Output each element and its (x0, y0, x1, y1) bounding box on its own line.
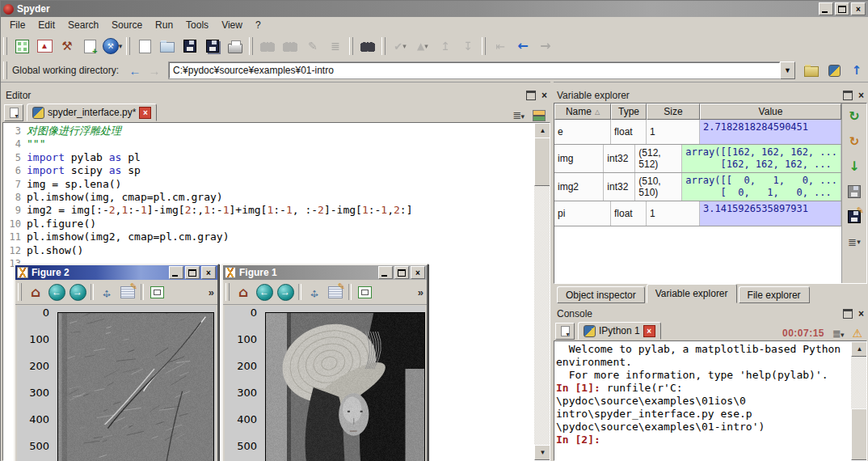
pan-fig-button[interactable]: ↔↕ (304, 281, 325, 302)
variable-row[interactable]: pifloat13.1415926535897931 (554, 201, 841, 226)
menu-search[interactable]: Search (62, 18, 104, 32)
variable-row[interactable]: efloat12.7182818284590451 (554, 120, 841, 145)
toolbar-handle[interactable] (225, 283, 230, 301)
toolbar-handle[interactable] (249, 37, 253, 55)
menu-run[interactable]: Run (150, 18, 179, 32)
close-panel-icon[interactable]: × (858, 90, 864, 101)
close-button[interactable]: × (851, 2, 866, 15)
code-line[interactable]: 12pl.show() (3, 244, 532, 257)
import-button[interactable]: ↓ (844, 157, 865, 176)
open-dir-button[interactable] (800, 59, 823, 82)
refresh-button[interactable]: ↻ (844, 107, 865, 126)
cell-value[interactable]: array([[ 0, 1, 0, ... [ 0, 1, 0, ... (682, 173, 841, 201)
cell-value[interactable]: array([[162, 162, 162, ... [162, 162, 16… (682, 145, 841, 172)
pane-tab-file-explorer[interactable]: File explorer (739, 286, 810, 303)
toolbar-handle[interactable] (3, 37, 7, 55)
editor-vertical-scrollbar[interactable]: ▲ ▼ (534, 123, 550, 460)
scroll-up-icon[interactable]: ▲ (534, 123, 550, 138)
editor-tab[interactable]: spyder_interface.py* × (27, 104, 157, 121)
toolbar-handle[interactable] (18, 283, 22, 301)
scroll-thumb[interactable] (851, 408, 867, 460)
home-fig-button[interactable]: ⌂ (233, 281, 254, 302)
browse-tabs-button[interactable] (555, 323, 575, 340)
prev-file-button[interactable]: ← (512, 35, 534, 57)
console-vertical-scrollbar[interactable]: ▲ (851, 341, 866, 460)
menu-edit[interactable]: Edit (32, 18, 61, 32)
save-all-button[interactable] (201, 35, 224, 57)
fix-button[interactable]: ✎ (301, 35, 324, 57)
overflow-chevron-icon[interactable]: » (418, 286, 427, 298)
split-view-icon[interactable] (533, 110, 546, 121)
working-directory-combo[interactable]: C:¥pydoc¥source¥examples¥01-intro ▼ (169, 62, 795, 78)
maximize-button[interactable] (835, 2, 849, 15)
undock-icon[interactable] (843, 309, 853, 319)
variable-row[interactable]: img2int32(510, 510)array([[ 0, 1, 0, ...… (554, 173, 841, 201)
close-tab-icon[interactable]: × (139, 107, 151, 119)
column-header-type[interactable]: Type (611, 104, 647, 120)
last-location-button[interactable]: ⇤ (489, 35, 512, 57)
close-tab-icon[interactable]: × (643, 325, 655, 337)
column-header-value[interactable]: Value (700, 104, 841, 120)
layout-button[interactable] (11, 35, 33, 57)
outline-button[interactable]: ≣ (324, 35, 347, 57)
tools-button[interactable]: ⚒ (56, 35, 78, 57)
minimize-button[interactable] (819, 2, 833, 15)
minimize-button[interactable] (169, 266, 183, 279)
find-in-files-button[interactable] (356, 35, 379, 57)
toolbar-handle[interactable] (381, 37, 386, 55)
figure-title-bar[interactable]: Figure 2× (15, 265, 217, 280)
find-next-button[interactable] (279, 35, 301, 57)
save-as-button[interactable]: ✎ (844, 207, 865, 226)
menu-view[interactable]: View (216, 18, 248, 32)
menu-file[interactable]: File (4, 18, 31, 32)
subplots-fig-button[interactable] (354, 281, 375, 302)
subplots-fig-button[interactable] (146, 281, 167, 302)
back-fig-button[interactable]: ← (46, 281, 67, 302)
pane-tab-object-inspector[interactable]: Object inspector (557, 286, 645, 303)
customize-fig-button[interactable] (117, 281, 138, 302)
close-button[interactable]: × (411, 266, 425, 279)
set-console-dir-button[interactable] (823, 59, 845, 82)
warning-icon[interactable]: ⚠ (852, 327, 862, 340)
dropdown-icon[interactable]: ▾ (424, 42, 428, 50)
toolbar-handle[interactable] (3, 61, 7, 79)
column-header-name[interactable]: Name△ (554, 104, 611, 120)
web-tools-button[interactable]: ⚒▾ (101, 35, 124, 57)
parent-dir-button[interactable]: ↑ (845, 59, 868, 82)
browse-tabs-button[interactable] (4, 104, 23, 121)
close-panel-icon[interactable]: × (858, 308, 864, 319)
run-button[interactable]: ✔▾ (389, 35, 411, 57)
ipython-console-tab[interactable]: IPython 1 × (578, 322, 661, 340)
code-line[interactable]: 3对图像进行浮雕处理 (3, 125, 532, 137)
menu-help[interactable]: ? (250, 18, 267, 32)
code-line[interactable]: 10pl.figure() (3, 218, 532, 230)
pane-tab-variable-explorer[interactable]: Variable explorer (647, 284, 737, 303)
home-fig-button[interactable]: ⌂ (25, 281, 46, 302)
open-file-button[interactable] (156, 35, 179, 57)
working-directory-value[interactable]: C:¥pydoc¥source¥examples¥01-intro (169, 62, 780, 78)
find-button[interactable] (256, 35, 279, 57)
toolbar-handle[interactable] (482, 37, 486, 55)
cell-value[interactable]: 2.7182818284590451 (700, 120, 841, 144)
console-options-icon[interactable]: ≣▾ (832, 328, 844, 340)
code-line[interactable]: 6import scipy as sp (3, 164, 532, 177)
pan-fig-button[interactable]: ↔↕ (96, 281, 117, 302)
menu-tools[interactable]: Tools (180, 18, 214, 32)
code-line[interactable]: 7img = sp.lena() (3, 178, 532, 191)
console-text[interactable]: Welcome to pylab, a matplotlib-based Pyt… (556, 343, 849, 460)
code-line[interactable]: 4""" (3, 137, 532, 150)
dropdown-icon[interactable]: ▾ (857, 238, 861, 246)
dropdown-icon[interactable]: ▾ (119, 42, 123, 50)
debug-button[interactable]: ▲▾ (411, 35, 434, 57)
cell-value[interactable]: 3.1415926535897931 (700, 201, 841, 226)
auto-refresh-button[interactable]: ↻ (844, 132, 865, 151)
outline-selector-icon[interactable]: ≣▾ (513, 109, 525, 121)
scroll-thumb[interactable] (534, 137, 550, 186)
back-icon[interactable]: ← (125, 61, 145, 79)
close-button[interactable]: × (201, 266, 216, 279)
code-line[interactable]: 11pl.imshow(img2, cmap=pl.cm.gray) (3, 230, 532, 243)
code-line[interactable]: 5import pylab as pl (3, 151, 532, 164)
title-bar[interactable]: Spyder × (1, 1, 868, 17)
combo-dropdown-icon[interactable]: ▼ (780, 61, 795, 79)
close-panel-icon[interactable]: × (541, 90, 547, 101)
